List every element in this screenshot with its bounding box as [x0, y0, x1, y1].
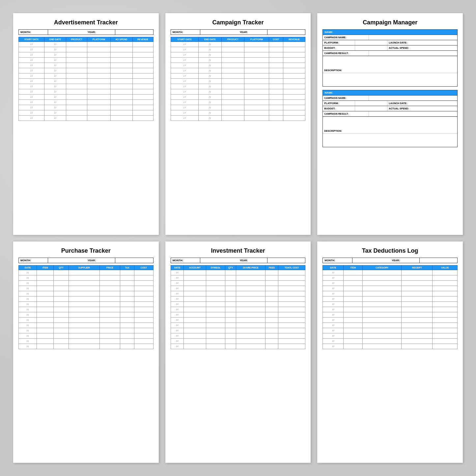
table-cell: / / [198, 58, 221, 63]
year-value [267, 258, 305, 263]
table-cell: / / [323, 322, 344, 328]
table-cell [37, 286, 54, 291]
table-cell [344, 328, 363, 333]
campaign-name-label: CAMPAIGN NAME: [323, 35, 369, 40]
table-cell [269, 68, 283, 73]
table-cell [66, 52, 87, 58]
table-cell [69, 333, 99, 338]
table-cell [120, 344, 134, 349]
table-cell: / / [19, 116, 44, 121]
table-row: / / [171, 312, 305, 317]
table-cell: / / [171, 328, 184, 333]
table-row: / / [323, 328, 458, 333]
month-year-bar: MONTH: YEAR: [18, 29, 154, 35]
table-cell [269, 100, 283, 105]
table-cell [278, 280, 305, 286]
table-cell [37, 317, 54, 322]
table-cell [87, 95, 110, 100]
table-row: / / [171, 307, 305, 312]
table-cell: / / [198, 47, 221, 52]
table-cell [244, 63, 269, 68]
table-cell [265, 301, 278, 307]
table-cell: / / [44, 116, 66, 121]
table-cell [132, 73, 153, 79]
campaign-result-label-2: CAMPAIGN RESULT: [323, 111, 369, 116]
table-cell [110, 63, 132, 68]
table-row: / / [171, 333, 305, 338]
table-cell [221, 42, 244, 47]
table-cell [283, 73, 305, 79]
table-cell [269, 110, 283, 116]
table-cell [69, 328, 99, 333]
table-cell [120, 317, 134, 322]
month-year-bar: MONTH: YEAR: [171, 258, 306, 263]
table-cell [87, 47, 110, 52]
table-cell: / / [19, 42, 44, 47]
table-cell [134, 270, 153, 275]
table-cell: / / [171, 296, 184, 301]
table-cell [37, 338, 54, 344]
table-cell: / / [323, 286, 344, 291]
table-cell [99, 280, 120, 286]
launch-date-label-2: LAUNCH DATE: [387, 101, 419, 106]
description-label-2: DESCRIPTION: [323, 128, 457, 134]
table-cell [110, 47, 132, 52]
budget-label: BUDGET: [323, 45, 355, 50]
budget-spend-row-1: BUDGET: ACTUAL SPEND: [323, 45, 457, 51]
year-label: YEAR: [86, 258, 115, 263]
table-cell [278, 275, 305, 280]
table-row: / / [323, 296, 458, 301]
table-cell [283, 47, 305, 52]
table-row: / / [323, 286, 458, 291]
table-cell [363, 286, 401, 291]
table-cell [37, 312, 54, 317]
table-cell [269, 63, 283, 68]
table-cell: / / [198, 73, 221, 79]
table-cell [134, 301, 153, 307]
platform-value [355, 40, 387, 45]
table-cell [225, 301, 236, 307]
table-cell [87, 42, 110, 47]
table-cell: / / [44, 73, 66, 79]
col-ad-spend: AD SPEND [110, 37, 132, 42]
table-cell: / / [323, 270, 344, 275]
table-cell [269, 105, 283, 110]
month-label: MONTH: [323, 258, 352, 263]
actual-spend-value-2 [419, 106, 457, 111]
table-cell [433, 338, 458, 344]
table-cell [401, 270, 433, 275]
col-revenue: REVENUE [283, 37, 305, 42]
table-cell [37, 275, 54, 280]
table-cell [278, 328, 305, 333]
table-row: / / [171, 286, 305, 291]
table-cell [363, 301, 401, 307]
table-cell: / / [44, 63, 66, 68]
table-row: / / [323, 275, 458, 280]
table-cell [221, 84, 244, 89]
col-cost: COST [134, 265, 153, 270]
table-cell: / / [44, 110, 66, 116]
table-cell [54, 344, 69, 349]
col-revenue: REVENUE [132, 37, 153, 42]
table-row: / / [171, 338, 305, 344]
table-cell [120, 275, 134, 280]
table-cell [184, 286, 206, 291]
table-row: / // / [171, 52, 305, 58]
table-cell [69, 280, 99, 286]
col-product: PRODUCT [221, 37, 244, 42]
table-cell [132, 52, 153, 58]
campaign-result-value [369, 51, 457, 56]
table-cell [37, 270, 54, 275]
table-cell [269, 95, 283, 100]
table-cell [132, 105, 153, 110]
table-cell [278, 286, 305, 291]
budget-value-2 [355, 106, 387, 111]
table-cell: / / [323, 333, 344, 338]
table-cell [236, 280, 265, 286]
table-cell: / / [19, 79, 44, 84]
col-account: ACCOUNT [184, 265, 206, 270]
table-cell [206, 333, 225, 338]
table-cell [184, 296, 206, 301]
table-cell [54, 307, 69, 312]
table-cell: / / [171, 317, 184, 322]
